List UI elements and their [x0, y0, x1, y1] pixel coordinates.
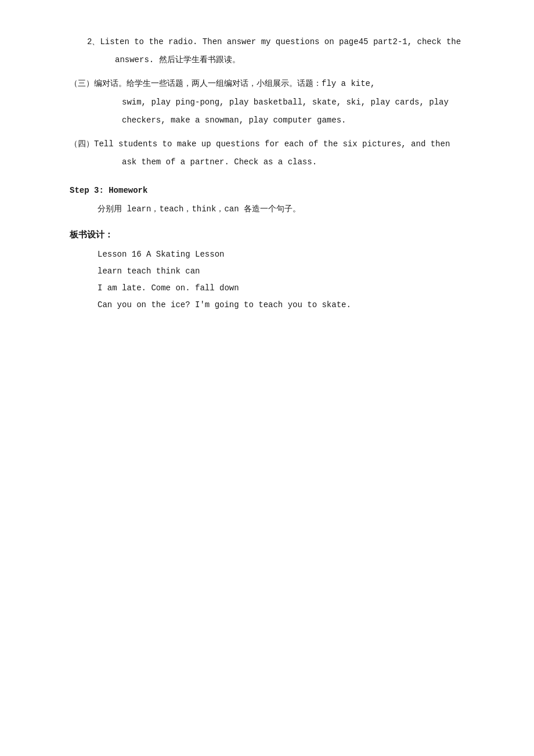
blackboard-block: 板书设计： Lesson 16 A Skating Lesson learn t…: [70, 227, 488, 313]
san-line1: 编对话。给学生一些话题，两人一组编对话，小组展示。话题：fly a kite,: [94, 77, 488, 91]
section-si: （四） Tell students to make up questions f…: [70, 137, 488, 173]
item-2-line2: answers. 然后让学生看书跟读。: [87, 53, 488, 67]
san-line2: swim, play ping-pong, play basketball, s…: [94, 95, 488, 110]
blackboard-header-text: 板书设计：: [70, 230, 113, 239]
item-2-line1: 2、Listen to the radio. Then answer my qu…: [87, 35, 488, 49]
blackboard-header: 板书设计：: [70, 227, 488, 243]
item-2: 2、Listen to the radio. Then answer my qu…: [70, 35, 488, 71]
section-san-body: 编对话。给学生一些话题，两人一组编对话，小组展示。话题：fly a kite, …: [94, 77, 488, 131]
san-line3: checkers, make a snowman, play computer …: [94, 113, 488, 128]
item-2-block: 2、Listen to the radio. Then answer my qu…: [70, 35, 488, 71]
blackboard-content: Lesson 16 A Skating Lesson learn teach t…: [70, 247, 488, 313]
step3-header: Step 3: Homework: [70, 183, 488, 198]
bb-sentence: Can you on the ice? I'm going to teach y…: [98, 298, 488, 312]
item-2-text: 2、Listen to the radio. Then answer my qu…: [87, 35, 488, 71]
section-san: （三） 编对话。给学生一些话题，两人一组编对话，小组展示。话题：fly a ki…: [70, 77, 488, 131]
main-content: 2、Listen to the radio. Then answer my qu…: [70, 35, 488, 312]
si-line1: Tell students to make up questions for e…: [94, 137, 488, 152]
step3-block: Step 3: Homework 分别用 learn，teach，think，c…: [70, 183, 488, 216]
section-si-label: （四）: [70, 137, 94, 173]
si-line2: ask them of a partner. Check as a class.: [94, 155, 488, 170]
item-2-number: [70, 35, 87, 71]
step3-text: 分别用 learn，teach，think，can 各造一个句子。: [70, 202, 488, 217]
section-si-body: Tell students to make up questions for e…: [94, 137, 488, 173]
section-san-label: （三）: [70, 77, 94, 131]
bb-phrases: I am late. Come on. fall down: [98, 281, 488, 296]
bb-words: learn teach think can: [98, 264, 488, 279]
bb-title: Lesson 16 A Skating Lesson: [98, 247, 488, 262]
